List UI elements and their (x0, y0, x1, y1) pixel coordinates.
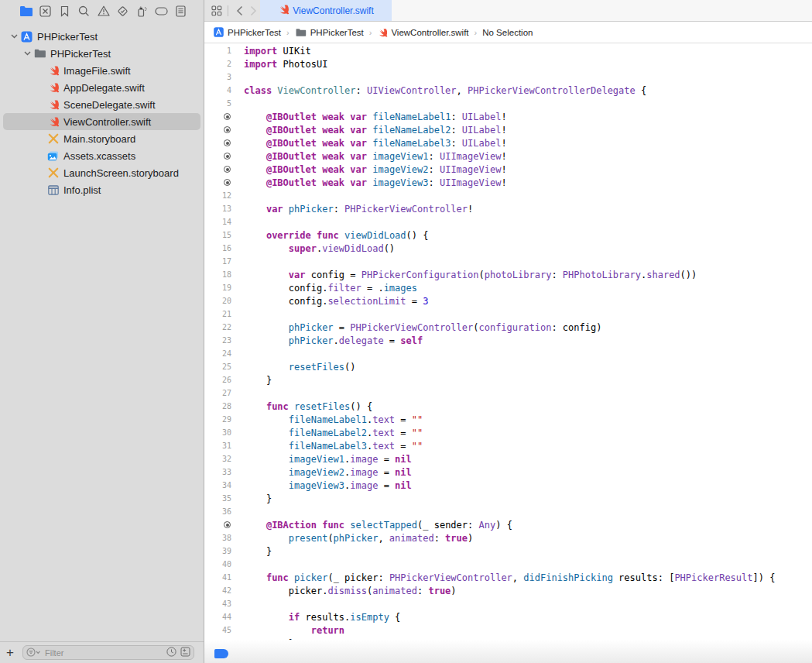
tree-item-launchscreen-storyboard[interactable]: LaunchScreen.storyboard (0, 164, 204, 181)
line-number[interactable]: 1 (204, 46, 235, 55)
connected-outlet-indicator[interactable] (204, 166, 235, 173)
source-control-navigator-icon[interactable] (36, 3, 55, 19)
outlet-circle-icon[interactable] (224, 113, 231, 120)
code-line-33[interactable]: 33 imageView2.image = nil (204, 465, 812, 479)
breakpoints-navigator-icon[interactable] (152, 3, 171, 19)
tree-item-assets-xcassets[interactable]: Assets.xcassets (0, 147, 204, 164)
code-line-6[interactable]: @IBOutlet weak var fileNameLabel1: UILab… (204, 110, 812, 123)
recent-files-icon[interactable] (166, 646, 176, 660)
filter-field[interactable]: Filter (22, 645, 194, 660)
outlet-circle-icon[interactable] (224, 139, 231, 146)
line-number[interactable]: 45 (204, 626, 235, 634)
bookmarks-navigator-icon[interactable] (55, 3, 74, 19)
code-line-8[interactable]: @IBOutlet weak var fileNameLabel3: UILab… (204, 136, 812, 149)
go-back-icon[interactable] (233, 3, 245, 19)
outlet-circle-icon[interactable] (224, 166, 231, 173)
line-number[interactable]: 42 (204, 586, 235, 595)
line-number[interactable]: 40 (204, 560, 235, 569)
code-line-1[interactable]: 1import UIKit (204, 44, 812, 57)
code-line-30[interactable]: 30 fileNameLabel2.text = "" (204, 426, 812, 439)
connected-outlet-indicator[interactable] (204, 153, 235, 160)
line-number[interactable]: 19 (204, 283, 235, 292)
tree-item-viewcontroller-swift[interactable]: ViewController.swift (0, 113, 204, 130)
code-line-14[interactable]: 14 (204, 215, 812, 228)
add-file-button[interactable]: + (0, 645, 20, 661)
breadcrumb-item-viewcontroller-swift[interactable]: ViewController.swift (377, 27, 468, 38)
code-line-42[interactable]: 42 picker.dismiss(animated: true) (204, 584, 812, 597)
line-number[interactable]: 30 (204, 428, 235, 437)
line-number[interactable]: 29 (204, 415, 235, 424)
line-number[interactable]: 36 (204, 507, 235, 516)
code-line-45[interactable]: 45 return (204, 623, 812, 637)
line-number[interactable]: 2 (204, 60, 235, 68)
code-line-26[interactable]: 26 } (204, 373, 812, 386)
line-number[interactable]: 12 (204, 191, 235, 200)
tree-item-phpickertest[interactable]: PHPickerTest (0, 28, 204, 45)
code-line-35[interactable]: 35 } (204, 492, 812, 505)
outlet-circle-icon[interactable] (224, 521, 231, 528)
line-number[interactable]: 27 (204, 389, 235, 397)
code-line-13[interactable]: 13 var phPicker: PHPickerViewController! (204, 202, 812, 215)
breadcrumb-item-phpickertest[interactable]: PHPickerTest (213, 26, 281, 38)
code-line-18[interactable]: 18 var config = PHPickerConfiguration(ph… (204, 268, 812, 281)
line-number[interactable]: 16 (204, 244, 235, 252)
tab-viewcontroller-swift[interactable]: ViewController.swift (260, 0, 392, 21)
tests-navigator-icon[interactable] (113, 3, 132, 19)
disclosure-chevron-icon[interactable] (21, 51, 33, 56)
code-line-11[interactable]: @IBOutlet weak var imageView3: UIImageVi… (204, 176, 812, 189)
code-line-19[interactable]: 19 config.filter = .images (204, 281, 812, 294)
code-line-34[interactable]: 34 imageView3.image = nil (204, 479, 812, 492)
code-line-29[interactable]: 29 fileNameLabel1.text = "" (204, 413, 812, 426)
line-number[interactable]: 28 (204, 402, 235, 411)
outlet-circle-icon[interactable] (224, 126, 231, 133)
code-line-10[interactable]: @IBOutlet weak var imageView2: UIImageVi… (204, 163, 812, 176)
code-line-15[interactable]: 15 override func viewDidLoad() { (204, 228, 812, 242)
line-number[interactable]: 32 (204, 455, 235, 463)
breakpoint-toggle-icon[interactable] (214, 649, 228, 658)
code-line-38[interactable]: 38 present(phPicker, animated: true) (204, 531, 812, 544)
code-line-17[interactable]: 17 (204, 255, 812, 268)
disclosure-chevron-icon[interactable] (8, 34, 20, 39)
code-line-7[interactable]: @IBOutlet weak var fileNameLabel2: UILab… (204, 123, 812, 136)
code-line-23[interactable]: 23 phPicker.delegate = self (204, 334, 812, 347)
line-number[interactable]: 34 (204, 481, 235, 490)
tree-item-main-storyboard[interactable]: Main.storyboard (0, 130, 204, 147)
line-number[interactable]: 5 (204, 99, 235, 108)
line-number[interactable]: 44 (204, 613, 235, 621)
code-line-9[interactable]: @IBOutlet weak var imageView1: UIImageVi… (204, 149, 812, 163)
code-line-31[interactable]: 31 fileNameLabel3.text = "" (204, 439, 812, 452)
connected-outlet-indicator[interactable] (204, 521, 235, 528)
code-line-43[interactable]: 43 (204, 597, 812, 610)
code-line-37[interactable]: @IBAction func selectTapped(_ sender: An… (204, 518, 812, 531)
line-number[interactable]: 35 (204, 494, 235, 503)
tree-item-phpickertest[interactable]: PHPickerTest (0, 45, 204, 62)
project-navigator-icon[interactable] (16, 3, 36, 19)
line-number[interactable]: 24 (204, 349, 235, 358)
source-editor[interactable]: 1import UIKit2import PhotosUI34class Vie… (204, 44, 812, 663)
source-control-filter-icon[interactable] (180, 646, 190, 660)
line-number[interactable]: 25 (204, 362, 235, 371)
code-line-24[interactable]: 24 (204, 347, 812, 360)
line-number[interactable]: 26 (204, 376, 235, 384)
tree-item-appdelegate-swift[interactable]: AppDelegate.swift (0, 79, 204, 96)
outlet-circle-icon[interactable] (224, 179, 231, 186)
tree-item-imagefile-swift[interactable]: ImageFile.swift (0, 62, 204, 79)
line-number[interactable]: 21 (204, 310, 235, 318)
line-number[interactable]: 41 (204, 573, 235, 582)
line-number[interactable]: 15 (204, 231, 235, 239)
breadcrumb-item-no-selection[interactable]: No Selection (482, 28, 533, 37)
breadcrumb-item-phpickertest[interactable]: PHPickerTest (295, 28, 364, 37)
outlet-circle-icon[interactable] (224, 153, 231, 160)
line-number[interactable]: 3 (204, 73, 235, 81)
connected-outlet-indicator[interactable] (204, 179, 235, 186)
code-line-22[interactable]: 22 phPicker = PHPickerViewController(con… (204, 321, 812, 334)
line-number[interactable]: 22 (204, 323, 235, 332)
code-line-44[interactable]: 44 if results.isEmpty { (204, 610, 812, 623)
connected-outlet-indicator[interactable] (204, 113, 235, 120)
code-line-5[interactable]: 5 (204, 97, 812, 110)
code-line-32[interactable]: 32 imageView1.image = nil (204, 452, 812, 465)
line-number[interactable]: 17 (204, 257, 235, 266)
line-number[interactable]: 14 (204, 218, 235, 226)
line-number[interactable]: 33 (204, 468, 235, 476)
line-number[interactable]: 38 (204, 534, 235, 542)
